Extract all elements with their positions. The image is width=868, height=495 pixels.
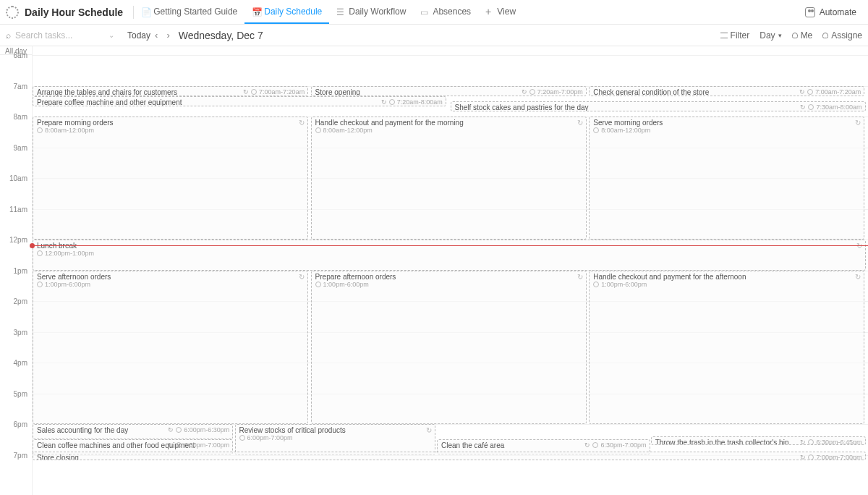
hour-label: 12pm	[9, 236, 27, 244]
list-icon: ☰	[336, 7, 345, 16]
calendar-event[interactable]: Handle checkout and payment for the afte…	[589, 271, 864, 425]
calendar-event[interactable]: Review stocks of critical products6:00pm…	[235, 424, 435, 455]
calendar-event[interactable]: Sales accounting for the day↻6:00pm-6:30…	[33, 424, 233, 439]
chevron-down-icon[interactable]: ⌄	[109, 31, 114, 39]
calendar-view: All day 6am7am8am9am10am11am12pm1pm2pm3p…	[0, 46, 868, 495]
hour-label: 11am	[9, 205, 27, 213]
calendar-event[interactable]: Throw the trash in the trash collector's…	[651, 436, 866, 445]
event-time: ↻7:00pm-7:00pm	[800, 454, 861, 460]
clock-icon	[239, 435, 245, 441]
page-title: Daily Hour Schedule	[25, 7, 123, 18]
clock-icon	[37, 250, 43, 256]
hour-label: 4pm	[14, 359, 27, 367]
event-time: 1:00pm-6:00pm	[593, 281, 860, 288]
tab-daily-workflow[interactable]: ☰Daily Workflow	[329, 0, 413, 24]
clock-icon	[176, 442, 182, 448]
board-icon: ▭	[420, 7, 429, 16]
event-time: ↻6:30pm-7:00pm	[168, 441, 229, 449]
clock-icon	[37, 127, 43, 133]
event-title: Handle checkout and payment for the morn…	[315, 119, 582, 127]
calendar-event[interactable]: Shelf stock cakes and pastries for the d…	[451, 101, 866, 111]
event-time: 6:00pm-7:00pm	[239, 434, 431, 441]
assignee-label: Assigne	[831, 30, 862, 41]
search-wrap[interactable]: ⌕ ⌄	[6, 30, 114, 41]
hour-label: 10am	[9, 174, 27, 182]
calendar-event[interactable]: Serve afternoon orders1:00pm-6:00pm↻	[33, 271, 308, 425]
calendar-event[interactable]: Serve morning orders8:00am-12:00pm↻	[589, 117, 864, 240]
day-selector[interactable]: Day▾	[760, 30, 781, 41]
event-time: ↻7:20am-8:00am	[381, 98, 443, 106]
hour-label: 2pm	[14, 297, 27, 305]
tab-label: Daily Workflow	[349, 7, 406, 17]
today-button[interactable]: Today	[127, 30, 150, 41]
recurring-icon: ↻	[577, 119, 583, 127]
hour-label: 9am	[14, 143, 27, 151]
event-time: ↻7:00am-7:20am	[799, 88, 861, 96]
event-title: Prepare morning orders	[37, 119, 304, 127]
next-day-button[interactable]: ›	[162, 30, 174, 41]
event-time: 8:00am-12:00pm	[593, 127, 860, 134]
event-time: ↻7:20am-7:00pm	[522, 88, 583, 96]
event-title: Prepare afternoon orders	[315, 273, 582, 281]
clock-icon	[808, 104, 814, 110]
me-filter-button[interactable]: Me	[792, 30, 813, 41]
clock-icon	[315, 282, 321, 287]
hour-label: 6pm	[14, 420, 27, 428]
tab-absences[interactable]: ▭Absences	[413, 0, 478, 24]
hour-label: 5pm	[14, 389, 27, 397]
filter-icon	[720, 33, 728, 38]
toolbar: ⌕ ⌄ Today ‹ › Wednesday, Dec 7 Filter Da…	[0, 25, 868, 46]
tab-daily-schedule[interactable]: 📅Daily Schedule	[244, 0, 329, 24]
automate-button[interactable]: Automate	[799, 4, 862, 20]
calendar-grid[interactable]: Arrange the tables and chairs for custom…	[33, 55, 868, 495]
current-date: Wednesday, Dec 7	[179, 30, 263, 41]
app-logo-icon	[6, 6, 19, 19]
clock-icon	[389, 99, 395, 105]
filter-label: Filter	[731, 30, 750, 41]
automate-label: Automate	[820, 7, 856, 17]
hour-label: 3pm	[14, 328, 27, 336]
prev-day-button[interactable]: ‹	[150, 30, 162, 41]
day-label: Day	[760, 30, 775, 41]
chevron-down-icon: ▾	[778, 32, 782, 39]
search-icon: ⌕	[6, 30, 11, 41]
tab-label: Getting Started Guide	[153, 7, 237, 17]
hour-label: 1pm	[14, 266, 27, 274]
clock-icon	[593, 282, 599, 287]
tab-getting-started[interactable]: 📄Getting Started Guide	[134, 0, 244, 24]
calendar-event[interactable]: Lunch break12:00pm-1:00pm↻	[33, 240, 866, 271]
current-time-indicator	[33, 245, 868, 246]
hour-gridline	[33, 55, 868, 56]
recurring-icon: ↻	[426, 426, 432, 434]
robot-icon	[805, 7, 815, 17]
assignee-filter-button[interactable]: Assigne	[822, 30, 862, 41]
top-bar: Daily Hour Schedule 📄Getting Started Gui…	[0, 0, 868, 25]
calendar-event[interactable]: Store opening↻7:20am-7:00pm	[311, 86, 587, 96]
search-input[interactable]	[15, 30, 88, 41]
plus-icon: +	[485, 6, 491, 17]
clock-icon	[251, 89, 257, 95]
event-time: 8:00am-12:00pm	[37, 127, 304, 134]
users-icon	[822, 33, 828, 38]
clock-icon	[808, 439, 814, 445]
calendar-event[interactable]: Check general condition of the store↻7:0…	[589, 86, 864, 96]
tab-add-view[interactable]: +View	[478, 0, 523, 24]
calendar-event[interactable]: Prepare morning orders8:00am-12:00pm↻	[33, 117, 308, 240]
calendar-event[interactable]: Handle checkout and payment for the morn…	[311, 117, 587, 240]
tab-label: Daily Schedule	[264, 7, 322, 17]
clock-icon	[593, 127, 599, 133]
event-time: 1:00pm-6:00pm	[37, 281, 304, 288]
calendar-event[interactable]: Prepare afternoon orders1:00pm-6:00pm↻	[311, 271, 587, 425]
tab-label: View	[497, 7, 516, 17]
calendar-event[interactable]: Store closing↻7:00pm-7:00pm	[33, 452, 866, 460]
time-column: All day 6am7am8am9am10am11am12pm1pm2pm3p…	[0, 46, 33, 495]
clock-icon	[176, 427, 182, 433]
tab-label: Absences	[433, 7, 471, 17]
calendar-event[interactable]: Prepare coffee machine and other equipme…	[33, 96, 446, 106]
filter-button[interactable]: Filter	[720, 30, 750, 41]
event-title: Serve afternoon orders	[37, 273, 304, 281]
calendar-event[interactable]: Arrange the tables and chairs for custom…	[33, 86, 308, 96]
event-time: ↻7:30am-8:00am	[800, 103, 861, 111]
clock-icon	[315, 127, 321, 133]
user-icon	[792, 33, 798, 38]
